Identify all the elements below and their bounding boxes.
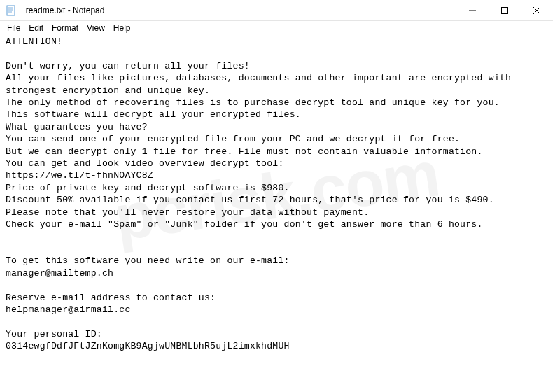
titlebar: _readme.txt - Notepad: [0, 0, 553, 21]
menu-format[interactable]: Format: [48, 22, 83, 34]
menu-view[interactable]: View: [83, 22, 109, 34]
svg-rect-6: [502, 7, 508, 13]
menu-help[interactable]: Help: [109, 22, 135, 34]
close-button[interactable]: [521, 0, 553, 20]
window-controls: [456, 0, 553, 20]
menubar: File Edit Format View Help: [0, 21, 553, 35]
minimize-button[interactable]: [456, 0, 489, 20]
text-area[interactable]: ATTENTION! Don't worry, you can return a…: [0, 35, 553, 392]
maximize-button[interactable]: [489, 0, 521, 20]
menu-file[interactable]: File: [3, 22, 24, 34]
notepad-icon: [6, 5, 17, 16]
menu-edit[interactable]: Edit: [24, 22, 48, 34]
window-title: _readme.txt - Notepad: [21, 6, 456, 15]
